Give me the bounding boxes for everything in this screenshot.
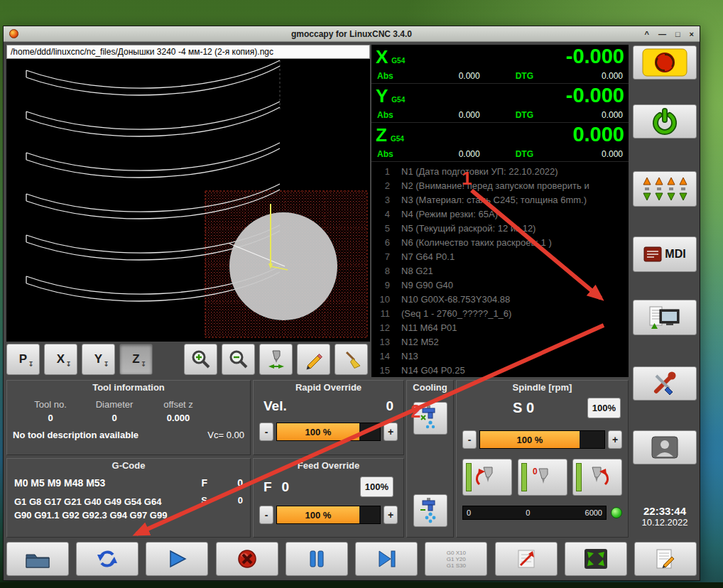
skip-line-icon <box>516 549 537 569</box>
gcode-line[interactable]: 8 N8 G21 <box>371 264 629 278</box>
zoom-in-button[interactable] <box>184 344 217 375</box>
axis-letter: X <box>376 46 388 68</box>
mdi-mode-button[interactable]: MDI <box>633 236 697 272</box>
tool-measure-button[interactable] <box>259 344 293 375</box>
broom-icon <box>341 349 362 370</box>
taskbar <box>0 582 723 588</box>
rapid-override-slider[interactable]: 100 % <box>276 423 381 441</box>
gcode-line[interactable]: 11 (Seq 1 - 2760_?????_1_6) <box>371 307 629 321</box>
run-from-line-button[interactable]: G0 X10 G1 Y20 G1 S30 <box>425 542 487 576</box>
spindle-ccw-button[interactable] <box>462 459 512 496</box>
gcode-line[interactable]: 10 N10 G00X-68.753Y304.88 <box>371 293 629 307</box>
gcode-status-header: G-Code <box>7 460 250 471</box>
clear-plot-button[interactable] <box>335 344 368 375</box>
dro-axis[interactable]: X G54 -0.000 Abs 0.000 DTG 0.000 <box>371 45 629 84</box>
spindle-minus-button[interactable]: - <box>462 430 477 449</box>
feed-override-slider[interactable]: 100 % <box>276 506 381 524</box>
window-maximize-button[interactable]: □ <box>675 30 680 38</box>
feed-minus-button[interactable]: - <box>259 506 273 524</box>
step-program-button[interactable] <box>355 542 418 576</box>
power-button[interactable] <box>633 104 697 138</box>
dtg-value: 0.000 <box>533 71 623 81</box>
gcode-line[interactable]: 13 N12 M52 <box>371 335 629 349</box>
view-z-button[interactable]: Z <box>119 344 153 375</box>
gcode-line[interactable]: 3 N3 (Материал: сталь С245; толщина 6mm.… <box>371 193 629 207</box>
mist-coolant-button[interactable] <box>413 402 447 435</box>
window-close-button[interactable]: × <box>690 30 694 38</box>
feed-f-label: F <box>263 479 272 495</box>
spindle-stop-button[interactable]: 0 <box>518 459 567 496</box>
rapid-plus-button[interactable]: + <box>384 423 398 441</box>
feed-plus-button[interactable]: + <box>384 506 398 524</box>
active-m-codes-row: M0 M5 M9 M48 M53 F 0 <box>14 477 243 489</box>
gremlin-preview[interactable] <box>6 59 370 342</box>
spindle-plus-button[interactable]: + <box>608 430 622 449</box>
mdi-book-icon <box>643 246 662 262</box>
tool-no-value: 0 <box>18 413 82 423</box>
clock-display: 22:33:44 10.12.2022 <box>631 505 698 528</box>
gcode-line-text: N14 G04 P0.25 <box>401 364 465 377</box>
app-icon <box>9 29 18 38</box>
titlebar[interactable]: gmoccapy for LinuxCNC 3.4.0 ^ — □ × <box>4 26 700 42</box>
feed-label: F <box>201 477 207 489</box>
dro-axis[interactable]: Y G54 -0.000 Abs 0.000 DTG 0.000 <box>371 84 629 123</box>
stop-program-button[interactable] <box>216 542 278 576</box>
window-minimize-button[interactable]: — <box>658 30 666 38</box>
auto-mode-button[interactable] <box>633 300 697 335</box>
flood-coolant-button[interactable] <box>413 494 447 527</box>
run-program-button[interactable] <box>146 542 208 576</box>
preview-edit-button[interactable] <box>297 344 330 375</box>
spindle-cw-button[interactable] <box>572 459 622 496</box>
pencil-icon <box>303 349 325 370</box>
dro-axis[interactable]: Z G54 0.000 Abs 0.000 DTG 0.000 <box>371 123 629 162</box>
manual-mode-button[interactable] <box>633 171 697 207</box>
user-button[interactable] <box>633 430 697 464</box>
view-x-button[interactable]: X <box>44 344 77 375</box>
tool-info-columns: Tool no. Diameter offset z <box>18 399 250 410</box>
window-shade-button[interactable]: ^ <box>644 30 648 38</box>
gcode-line[interactable]: 2 N2 (Внимание! перед запуском проверить… <box>371 179 629 193</box>
gcode-line-number: 9 <box>371 278 390 293</box>
fullscreen-button[interactable] <box>565 542 627 576</box>
gcode-line-number: 11 <box>371 307 390 321</box>
skip-line-button[interactable] <box>495 542 558 576</box>
reload-file-button[interactable] <box>76 542 138 576</box>
gcode-line[interactable]: 9 N9 G90 G40 <box>371 278 629 293</box>
gcode-line-number: 6 <box>371 236 390 250</box>
spindle-percent-box: 100% <box>587 398 621 418</box>
gcode-line[interactable]: 6 N6 (Количество таких раскроев: 1 ) <box>371 236 629 250</box>
spindle-override-slider[interactable]: 100 % <box>479 430 605 449</box>
gcode-line-text: N7 G64 P0.1 <box>401 250 455 264</box>
feed-slider-row: - 100 % + <box>259 506 398 524</box>
axis-letter: Y <box>376 85 388 107</box>
gcode-line[interactable]: 14 N13 <box>371 349 629 364</box>
open-file-button[interactable] <box>6 542 69 576</box>
settings-button[interactable] <box>633 366 697 401</box>
gcode-listing[interactable]: 1 N1 (Дата подготовки УП: 22.10.2022) 2 … <box>371 163 629 377</box>
gcode-line[interactable]: 1 N1 (Дата подготовки УП: 22.10.2022) <box>371 165 629 179</box>
zoom-out-button[interactable] <box>222 344 255 375</box>
pause-program-button[interactable] <box>286 542 348 576</box>
gcode-line[interactable]: 7 N7 G64 P0.1 <box>371 250 629 264</box>
gcode-line[interactable]: 12 N11 M64 P01 <box>371 321 629 335</box>
vel-label: Vel. <box>263 398 287 414</box>
gcode-line[interactable]: 15 N14 G04 P0.25 <box>371 364 629 377</box>
spindle-speed-display: S 0 <box>464 400 583 416</box>
gcode-line[interactable]: 5 N5 (Текущий раскрой: 12 из 12) <box>371 222 629 236</box>
abs-value: 0.000 <box>393 71 480 81</box>
gcode-line-text: N8 G21 <box>401 264 433 278</box>
tool-information-panel: Tool information Tool no. Diameter offse… <box>6 380 251 455</box>
estop-button[interactable] <box>633 45 697 80</box>
dro-main-row: Z G54 0.000 <box>376 123 624 148</box>
rapid-value-row: Vel. 0 <box>263 398 393 414</box>
view-y-button[interactable]: Y <box>82 344 115 375</box>
rapid-minus-button[interactable]: - <box>259 423 273 441</box>
rapid-override-header: Rapid Override <box>254 382 403 393</box>
spindle-slider-fill: 100 % <box>480 431 580 448</box>
spindle-rpm-bar: 0 0 6000 <box>462 506 607 520</box>
col-diameter: Diameter <box>82 399 146 410</box>
gcode-line[interactable]: 4 N4 (Режим резки: 65A) <box>371 207 629 222</box>
view-p-button[interactable]: P <box>6 344 40 375</box>
edit-gcode-button[interactable] <box>634 542 697 576</box>
cooling-panel: Cooling <box>406 380 454 538</box>
